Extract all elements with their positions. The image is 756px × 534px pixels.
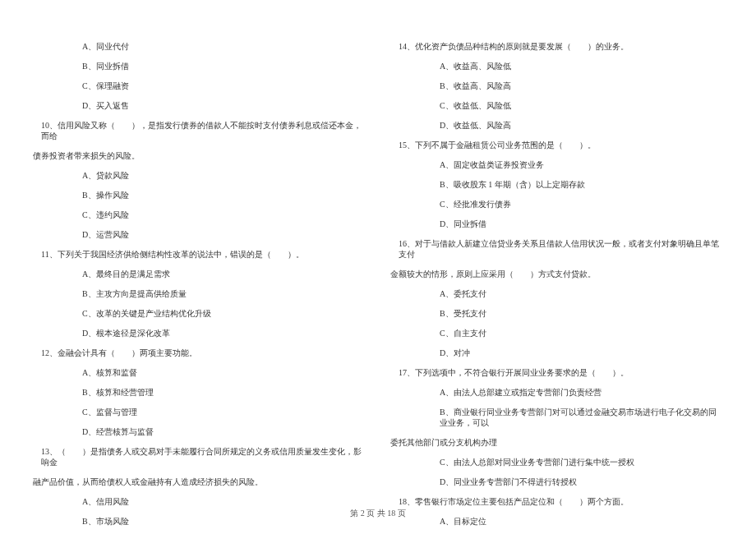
option-item: D、根本途径是深化改革 [33,328,366,338]
option-item: D、对冲 [390,348,723,358]
option-item: C、由法人总部对同业业务专营部门进行集中统一授权 [390,457,723,467]
option-item: A、同业代付 [33,41,366,52]
option-item: C、监督与管理 [33,407,366,417]
option-item: B、商业银行同业业务专营部门对可以通过金融交易市场进行电子化交易的同业业务，可以 [390,407,723,428]
option-item: C、违约风险 [33,209,366,220]
option-item: D、同业拆借 [390,219,723,229]
option-item: B、收益高、风险高 [390,81,723,91]
page-number: 第 2 页 共 18 页 [350,509,406,518]
page-content: A、同业代付B、同业拆借C、保理融资D、买入返售10、信用风险又称（ ），是指发… [0,0,756,534]
option-item: B、操作风险 [33,190,366,200]
option-item: C、收益低、风险低 [390,100,723,111]
question-item: 16、对于与借款人新建立信贷业务关系且借款人信用状况一般，或者支付对象明确且单笔… [390,238,723,260]
option-item: C、保理融资 [33,81,366,91]
option-item: D、收益低、风险高 [390,120,723,131]
option-item: B、核算和经营管理 [33,387,366,398]
option-item: B、受托支付 [390,308,723,319]
option-item: C、经批准发行债券 [390,199,723,209]
question-continuation: 债券投资者带来损失的风险。 [33,150,366,161]
question-continuation: 金额较大的情形，原则上应采用（ ）方式支付贷款。 [390,269,723,279]
option-item: C、改革的关键是产业结构优化升级 [33,308,366,319]
question-item: 10、信用风险又称（ ），是指发行债券的借款人不能按时支付债券利息或偿还本金，而… [33,120,366,141]
option-item: D、买入返售 [33,100,366,111]
left-column: A、同业代付B、同业拆借C、保理融资D、买入返售10、信用风险又称（ ），是指发… [33,41,366,534]
page-footer: 第 2 页 共 18 页 [0,508,756,519]
option-item: A、固定收益类证券投资业务 [390,159,723,170]
option-item: D、运营风险 [33,229,366,240]
option-item: B、吸收股东 1 年期（含）以上定期存款 [390,179,723,190]
question-item: 17、下列选项中，不符合银行开展同业业务要求的是（ ）。 [390,367,723,378]
question-item: 11、下列关于我国经济供给侧结构性改革的说法中，错误的是（ ）。 [33,249,366,260]
option-item: A、最终目的是满足需求 [33,269,366,279]
option-item: B、主攻方向是提高供给质量 [33,288,366,299]
question-item: 14、优化资产负债品种结构的原则就是要发展（ ）的业务。 [390,41,723,52]
option-item: A、核算和监督 [33,367,366,378]
option-item: A、由法人总部建立或指定专营部门负责经营 [390,387,723,398]
question-continuation: 委托其他部门或分支机构办理 [390,437,723,448]
option-item: A、信用风险 [33,496,366,507]
option-item: A、委托支付 [390,288,723,299]
option-item: D、同业业务专营部门不得进行转授权 [390,476,723,487]
question-continuation: 融产品价值，从而给债权人或金融持有人造成经济损失的风险。 [33,476,366,487]
option-item: A、收益高、风险低 [390,61,723,71]
option-item: B、同业拆借 [33,61,366,71]
question-item: 18、零售银行市场定位主要包括产品定位和（ ）两个方面。 [390,496,723,507]
right-column: 14、优化资产负债品种结构的原则就是要发展（ ）的业务。A、收益高、风险低B、收… [390,41,723,534]
question-item: 13、（ ）是指债务人或交易对手未能履行合同所规定的义务或信用质量发生变化，影响… [33,446,366,467]
option-item: D、经营核算与监督 [33,426,366,437]
option-item: A、贷款风险 [33,170,366,181]
option-item: C、自主支付 [390,328,723,338]
question-item: 12、金融会计具有（ ）两项主要功能。 [33,348,366,358]
question-item: 15、下列不属于金融租赁公司业务范围的是（ ）。 [390,140,723,150]
